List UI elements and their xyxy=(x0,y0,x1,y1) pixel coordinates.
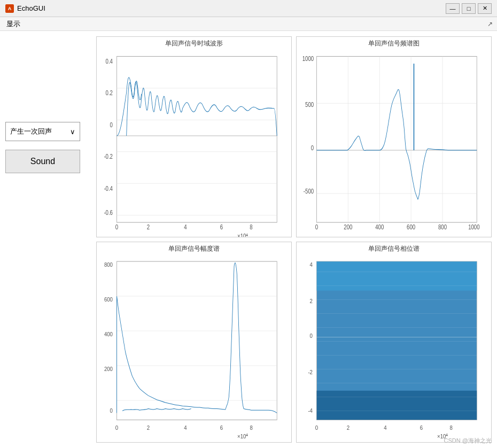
title-bar: A EchoGUI — □ ✕ xyxy=(0,0,497,17)
svg-text:500: 500 xyxy=(305,101,314,108)
svg-text:×10⁴: ×10⁴ xyxy=(237,233,248,237)
chart-amplitude-body: 800 600 400 200 0 0 2 4 6 8 ×10⁴ xyxy=(97,254,291,442)
chart-phase: 单回声信号相位谱 4 2 0 -2 -4 0 2 4 6 8 ×10⁴ xyxy=(296,242,492,443)
svg-text:-0.2: -0.2 xyxy=(104,153,113,160)
svg-text:4: 4 xyxy=(184,223,187,230)
echo-dropdown[interactable]: 产生一次回声 ∨ xyxy=(5,122,80,141)
svg-text:4: 4 xyxy=(310,261,313,268)
svg-text:-4: -4 xyxy=(308,407,313,414)
maximize-button[interactable]: □ xyxy=(462,3,476,14)
title-bar-left: A EchoGUI xyxy=(5,4,45,13)
svg-text:400: 400 xyxy=(375,223,384,230)
svg-text:6: 6 xyxy=(220,223,223,230)
chart-spectrum-body: 1000 500 0 -500 0 200 400 600 800 1000 xyxy=(297,49,491,237)
svg-text:1000: 1000 xyxy=(302,55,314,62)
display-menu[interactable]: 显示 xyxy=(4,18,22,30)
svg-text:0: 0 xyxy=(310,332,313,339)
chart-amplitude-svg: 800 600 400 200 0 0 2 4 6 8 ×10⁴ xyxy=(97,254,291,442)
svg-text:-0.4: -0.4 xyxy=(104,185,113,192)
dropdown-arrow-icon: ∨ xyxy=(70,128,75,136)
left-panel: 产生一次回声 ∨ Sound xyxy=(5,36,91,443)
svg-text:200: 200 xyxy=(104,365,113,372)
title-bar-controls: — □ ✕ xyxy=(446,3,492,14)
svg-text:0: 0 xyxy=(115,223,118,230)
svg-text:0: 0 xyxy=(110,121,113,128)
svg-text:×10⁴: ×10⁴ xyxy=(237,433,248,440)
svg-text:2: 2 xyxy=(310,297,313,304)
svg-text:600: 600 xyxy=(407,223,415,230)
chart-spectrum-title: 单回声信号频谱图 xyxy=(297,37,491,49)
svg-text:0: 0 xyxy=(115,424,118,431)
chart-phase-title: 单回声信号相位谱 xyxy=(297,242,491,254)
chart-time-domain-title: 单回声信号时域波形 xyxy=(97,37,291,49)
svg-text:8: 8 xyxy=(449,424,452,431)
svg-rect-29 xyxy=(316,57,477,223)
svg-text:0: 0 xyxy=(315,424,318,431)
svg-text:4: 4 xyxy=(184,424,187,431)
chart-time-domain-body: 0.4 0.2 0 -0.2 -0.4 -0.6 0 2 4 6 8 ×10⁴ xyxy=(97,49,291,237)
svg-text:2: 2 xyxy=(347,424,350,431)
svg-text:0: 0 xyxy=(110,407,113,414)
chart-phase-body: 4 2 0 -2 -4 0 2 4 6 8 ×10⁴ xyxy=(297,254,491,442)
svg-text:0: 0 xyxy=(311,144,314,151)
dropdown-label: 产生一次回声 xyxy=(10,127,52,136)
chart-spectrum-svg: 1000 500 0 -500 0 200 400 600 800 1000 xyxy=(297,49,491,237)
sound-button[interactable]: Sound xyxy=(5,150,80,173)
charts-area: 单回声信号时域波形 0.4 0.2 0 -0.2 -0.4 -0.6 0 2 4… xyxy=(96,36,492,443)
svg-text:-2: -2 xyxy=(308,368,313,375)
svg-text:0: 0 xyxy=(315,223,318,230)
svg-text:800: 800 xyxy=(104,261,113,268)
menu-arrow-icon: ↗ xyxy=(487,20,493,28)
svg-text:8: 8 xyxy=(250,424,252,431)
app-icon: A xyxy=(5,4,14,13)
svg-text:0.4: 0.4 xyxy=(106,58,113,65)
svg-rect-49 xyxy=(117,261,277,420)
svg-text:200: 200 xyxy=(344,223,352,230)
svg-rect-67 xyxy=(316,391,477,420)
chart-time-domain-svg: 0.4 0.2 0 -0.2 -0.4 -0.6 0 2 4 6 8 ×10⁴ xyxy=(97,49,291,237)
dropdown-wrapper: 产生一次回声 ∨ xyxy=(5,122,91,141)
svg-text:800: 800 xyxy=(438,223,447,230)
svg-text:4: 4 xyxy=(384,424,386,431)
svg-rect-12 xyxy=(117,57,277,223)
svg-text:2: 2 xyxy=(147,424,150,431)
svg-text:8: 8 xyxy=(250,223,252,230)
menu-bar: 显示 ↗ xyxy=(0,17,497,31)
chart-spectrum: 单回声信号频谱图 1000 500 0 -500 0 200 400 600 8… xyxy=(296,36,492,237)
chart-phase-svg: 4 2 0 -2 -4 0 2 4 6 8 ×10⁴ xyxy=(297,254,491,442)
svg-text:6: 6 xyxy=(420,424,423,431)
svg-rect-66 xyxy=(316,261,477,291)
chart-time-domain: 单回声信号时域波形 0.4 0.2 0 -0.2 -0.4 -0.6 0 2 4… xyxy=(96,36,292,237)
close-button[interactable]: ✕ xyxy=(478,3,492,14)
chart-amplitude-title: 单回声信号幅度谱 xyxy=(97,242,291,254)
minimize-button[interactable]: — xyxy=(446,3,460,14)
svg-text:400: 400 xyxy=(104,330,113,337)
main-content: 产生一次回声 ∨ Sound 单回声信号时域波形 0.4 0.2 0 -0.2 … xyxy=(0,31,497,448)
window-title: EchoGUI xyxy=(17,4,45,12)
svg-text:6: 6 xyxy=(220,424,223,431)
svg-text:2: 2 xyxy=(147,223,150,230)
svg-text:0.2: 0.2 xyxy=(106,89,113,96)
watermark: CSDN @海神之光 xyxy=(444,437,492,445)
chart-amplitude: 单回声信号幅度谱 800 600 400 200 0 0 2 4 6 8 ×10… xyxy=(96,242,292,443)
svg-text:600: 600 xyxy=(104,296,113,303)
svg-text:1000: 1000 xyxy=(468,223,479,230)
svg-text:-500: -500 xyxy=(304,188,314,195)
svg-text:-0.6: -0.6 xyxy=(104,209,113,216)
